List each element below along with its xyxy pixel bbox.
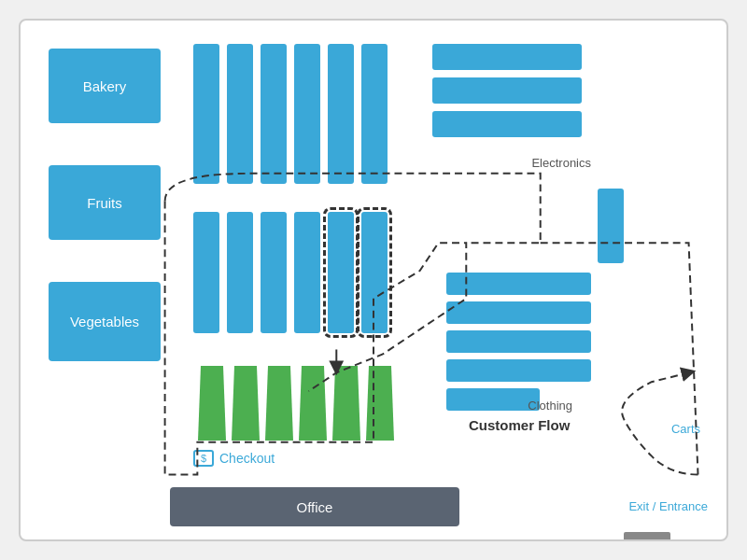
shelf-bar	[328, 44, 354, 184]
shelf-bar	[227, 212, 253, 333]
checkout-lane	[366, 366, 394, 441]
checkout-lane	[198, 366, 226, 441]
shelf-bar	[294, 212, 320, 333]
bakery-label: Bakery	[83, 78, 127, 94]
shelf-bar	[261, 44, 287, 184]
exit-notch	[624, 532, 670, 539]
shelf-bar	[261, 212, 287, 333]
clothing-shelf	[446, 388, 540, 411]
checkout-label: Checkout	[219, 451, 275, 466]
shelf-bar-highlighted	[328, 212, 354, 333]
top-shelves	[193, 44, 388, 184]
office-label: Office	[297, 499, 333, 515]
office-section: Office	[170, 487, 459, 526]
checkout-lane	[232, 366, 260, 441]
electronics-shelf	[432, 77, 582, 104]
shelf-bar	[294, 44, 320, 184]
carts-label: Carts	[671, 422, 700, 436]
clothing-label: Clothing	[528, 399, 572, 413]
clothing-shelf	[446, 273, 591, 295]
customer-flow-label: Customer Flow	[469, 417, 570, 433]
checkout-lane	[299, 366, 327, 441]
fruits-label: Fruits	[87, 195, 122, 211]
checkout-lanes	[198, 366, 394, 441]
checkout-label-area: $ Checkout	[193, 450, 275, 467]
clothing-shelves	[446, 273, 591, 411]
clothing-shelf	[446, 301, 591, 324]
vegetables-section: Vegetables	[49, 282, 161, 361]
store-map: Bakery Fruits Vegetables Electronics	[19, 19, 728, 541]
vegetables-label: Vegetables	[70, 314, 139, 329]
shelf-bar	[193, 44, 219, 184]
fruits-section: Fruits	[49, 165, 161, 240]
shelf-bar	[361, 44, 388, 184]
shelf-bar	[193, 212, 219, 333]
electronics-label: Electronics	[531, 156, 591, 170]
checkout-lane	[265, 366, 293, 441]
bakery-section: Bakery	[49, 49, 161, 123]
electronics-shelf	[432, 44, 582, 70]
checkout-lane	[332, 366, 360, 441]
shelf-bar-highlighted	[361, 212, 388, 333]
clothing-shelf	[446, 359, 591, 382]
electronics-shelves	[432, 44, 582, 137]
electronics-shelf	[432, 111, 582, 137]
clothing-shelf	[446, 330, 591, 353]
exit-entrance-label: Exit / Entrance	[628, 499, 708, 513]
mid-shelves	[193, 212, 388, 333]
electronics-side-shelf	[598, 189, 624, 263]
shelf-bar	[227, 44, 253, 184]
checkout-icon: $	[193, 450, 214, 467]
